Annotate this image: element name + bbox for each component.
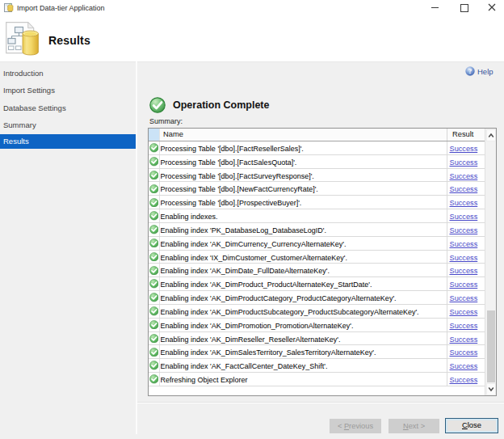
svg-text:?: ? (468, 67, 472, 75)
